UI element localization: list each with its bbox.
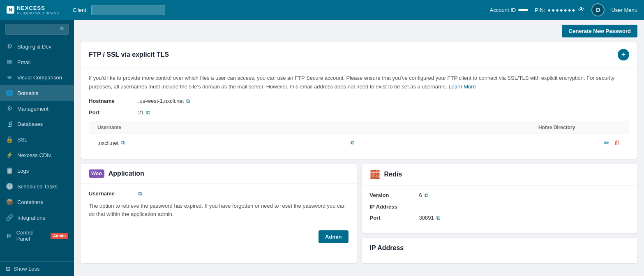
user-avatar[interactable]: D xyxy=(591,3,605,16)
app-card-footer: Admin xyxy=(81,225,357,248)
home-dir-copy-icon[interactable]: ⧉ xyxy=(351,139,354,146)
port-copy-icon[interactable]: ⧉ xyxy=(146,109,150,116)
home-dir-cell: ⧉ xyxy=(351,139,604,146)
port-row: Port 21 ⧉ xyxy=(89,109,629,116)
pin-label: PIN: xyxy=(535,7,545,13)
app-username-copy-icon[interactable]: ⧉ xyxy=(138,190,142,197)
sidebar-item-label: SSL xyxy=(17,137,28,143)
edit-row-button[interactable]: ✏ xyxy=(604,139,609,147)
generate-password-button[interactable]: Generate New Password xyxy=(562,25,637,37)
redis-title: Redis xyxy=(384,171,402,178)
home-dir-col-header: Home Directory xyxy=(538,125,621,130)
redis-version-label: Version xyxy=(370,192,419,198)
learn-more-link[interactable]: Learn More xyxy=(448,83,475,90)
collapse-icon: ⊟ xyxy=(6,266,10,272)
sidebar-item-label: Staging & Dev xyxy=(17,44,51,50)
redis-ip-label: IP Address xyxy=(370,204,419,210)
sidebar-item-ssl[interactable]: 🔒 SSL xyxy=(0,132,74,147)
ssl-icon: 🔒 xyxy=(6,136,13,143)
two-col-section: Woo Application Username ⧉ The option to… xyxy=(81,164,637,263)
logo-text: NEXCESS A LIQUID WEB BRAND xyxy=(17,5,60,15)
btn-row: Generate New Password xyxy=(81,25,637,37)
sidebar-item-nexcess-cdn[interactable]: ⚡ Nexcess CDN xyxy=(0,147,74,163)
management-icon: ⚙ xyxy=(6,105,13,112)
sidebar-item-label: Databases xyxy=(17,121,43,127)
sidebar-search-area: 🔍 xyxy=(0,20,74,39)
admin-button[interactable]: Admin xyxy=(319,230,348,243)
redis-version-value: 6 ⧉ xyxy=(419,192,428,199)
sidebar-item-label: Integrations xyxy=(17,215,45,221)
sidebar-item-databases[interactable]: 🗄 Databases xyxy=(0,116,74,132)
visual-icon: 👁 xyxy=(6,74,13,81)
hostname-copy-icon[interactable]: ⧉ xyxy=(186,98,190,104)
scheduled-tasks-icon: 🕐 xyxy=(6,183,13,190)
sidebar-item-control-panel[interactable]: 🖥 Control Panel Admin xyxy=(0,225,74,246)
logo-brand: NEXCESS xyxy=(17,5,45,11)
account-id-label: Account ID xyxy=(490,7,516,13)
topbar: N NEXCESS A LIQUID WEB BRAND Client: Acc… xyxy=(0,0,644,20)
sidebar-item-management[interactable]: ⚙ Management xyxy=(0,101,74,116)
redis-card-header: 🧱 Redis xyxy=(362,164,638,186)
delete-row-button[interactable]: 🗑 xyxy=(614,139,621,147)
redis-port-copy-icon[interactable]: ⧉ xyxy=(436,215,440,221)
integrations-icon: 🔗 xyxy=(6,214,13,221)
topbar-right: Account ID PIN: ●●●●●●● 👁 D User Menu xyxy=(490,3,637,16)
show-less-button[interactable]: ⊟ Show Less xyxy=(0,261,74,276)
ip-address-card: IP Address xyxy=(362,238,638,263)
username-col-header: Username xyxy=(97,125,538,130)
client-field: Client: xyxy=(73,5,165,15)
logo-n-icon: N xyxy=(7,6,14,14)
redis-version-row: Version 6 ⧉ xyxy=(370,192,630,199)
sidebar-item-logs[interactable]: 📋 Logs xyxy=(0,163,74,179)
sidebar-item-staging[interactable]: ⚙ Staging & Dev xyxy=(0,39,74,54)
hostname-row: Hostname .us-west-1.nxcli.net ⧉ xyxy=(89,98,629,104)
username-cell: .nxcli.net ⧉ xyxy=(97,139,351,146)
pin-dots: ●●●●●●● xyxy=(547,7,576,13)
ftp-description: If you'd like to provide more control ov… xyxy=(89,74,629,91)
app-card-body: Username ⧉ The option to retrieve the pa… xyxy=(81,184,357,226)
redis-card: 🧱 Redis Version 6 ⧉ xyxy=(362,164,638,233)
ftp-add-button[interactable]: + xyxy=(618,49,629,60)
account-id-area: Account ID xyxy=(490,7,529,13)
sidebar-item-label: Scheduled Tasks xyxy=(17,183,58,190)
control-panel-icon: 🖥 xyxy=(6,232,12,239)
ftp-card-header: FTP / SSL via explicit TLS + xyxy=(81,42,637,67)
account-id-value xyxy=(518,9,528,11)
sidebar-item-visual[interactable]: 👁 Visual Comparison xyxy=(0,70,74,85)
search-icon[interactable]: 🔍 xyxy=(60,26,66,32)
sidebar-item-scheduled-tasks[interactable]: 🕐 Scheduled Tasks xyxy=(0,179,74,194)
right-column: 🧱 Redis Version 6 ⧉ xyxy=(362,164,638,263)
app-card-header: Woo Application xyxy=(81,164,357,184)
port-label: Port xyxy=(89,109,138,116)
ftp-table-header: Username Home Directory xyxy=(89,121,629,134)
containers-icon: 📦 xyxy=(6,198,13,206)
redis-ip-row: IP Address xyxy=(370,204,630,210)
sidebar-item-label: Domains xyxy=(17,90,38,96)
redis-icon: 🧱 xyxy=(370,169,380,179)
application-title: Application xyxy=(108,170,144,177)
logo-sub: A LIQUID WEB BRAND xyxy=(17,11,60,15)
woocommerce-icon: Woo xyxy=(89,169,104,178)
staging-icon: ⚙ xyxy=(6,43,13,50)
admin-badge: Admin xyxy=(51,233,68,239)
redis-version-copy-icon[interactable]: ⧉ xyxy=(425,192,428,199)
toggle-pin-icon[interactable]: 👁 xyxy=(578,6,585,14)
databases-icon: 🗄 xyxy=(6,121,13,128)
username-copy-icon[interactable]: ⧉ xyxy=(121,139,125,146)
user-menu[interactable]: User Menu xyxy=(611,7,637,13)
sidebar-item-integrations[interactable]: 🔗 Integrations xyxy=(0,210,74,225)
client-input[interactable] xyxy=(91,5,165,15)
logo: N NEXCESS A LIQUID WEB BRAND xyxy=(7,5,60,15)
table-row: .nxcli.net ⧉ ⧉ ✏ 🗑 xyxy=(89,134,629,152)
ftp-card: FTP / SSL via explicit TLS + If you'd li… xyxy=(81,42,637,159)
hostname-value: .us-west-1.nxcli.net ⧉ xyxy=(138,98,190,104)
main-content: Generate New Password FTP / SSL via expl… xyxy=(74,20,644,276)
sidebar-item-domains[interactable]: 🌐 Domains xyxy=(0,85,74,101)
sidebar-item-label: Visual Comparison xyxy=(17,74,62,81)
table-row-actions: ✏ 🗑 xyxy=(604,139,621,147)
sidebar-item-email[interactable]: ✉ Email xyxy=(0,54,74,70)
sidebar-item-containers[interactable]: 📦 Containers xyxy=(0,194,74,210)
ftp-title: FTP / SSL via explicit TLS xyxy=(89,51,169,58)
redis-port-value: 30891 ⧉ xyxy=(419,215,440,221)
client-label: Client: xyxy=(73,7,88,13)
